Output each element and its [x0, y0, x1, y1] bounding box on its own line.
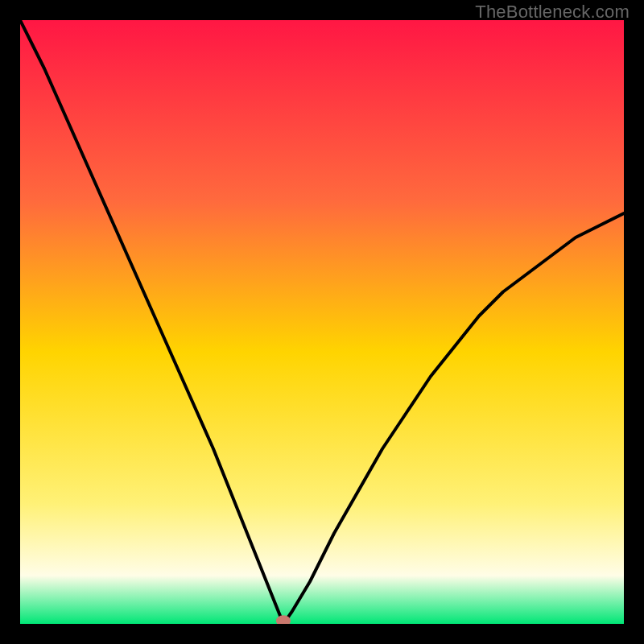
gradient-background	[20, 20, 624, 624]
chart-frame: TheBottleneck.com	[0, 0, 644, 644]
watermark-text: TheBottleneck.com	[475, 2, 630, 22]
bottleneck-chart	[20, 20, 624, 624]
